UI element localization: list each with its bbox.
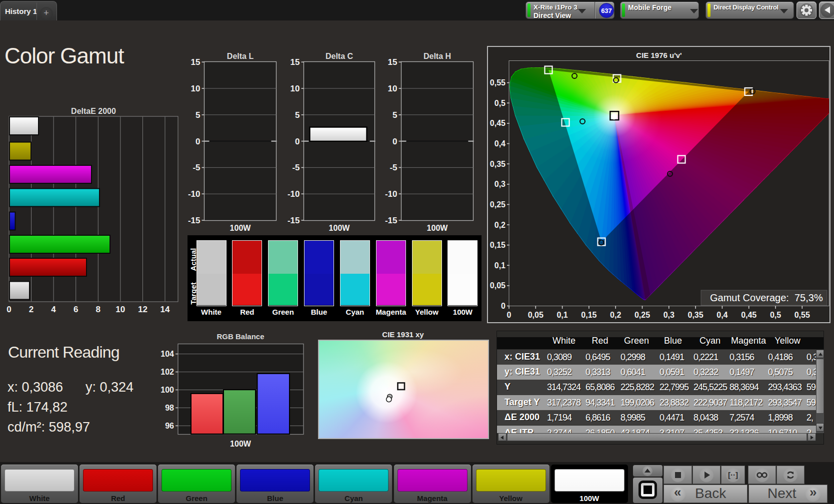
svg-text:Delta H: Delta H: [424, 52, 451, 60]
svg-text:102: 102: [160, 368, 174, 376]
svg-text:0,2: 0,2: [494, 221, 506, 229]
svg-text:98: 98: [165, 404, 174, 412]
svg-text:-10: -10: [288, 189, 300, 199]
svg-text:0,2: 0,2: [610, 311, 621, 319]
svg-text:0,4: 0,4: [716, 311, 728, 319]
svg-text:8: 8: [96, 305, 100, 314]
svg-text:0,15: 0,15: [581, 311, 596, 319]
svg-text:0: 0: [507, 311, 512, 319]
svg-text:-15: -15: [288, 216, 300, 225]
svg-text:15: 15: [388, 57, 398, 67]
svg-text:Gamut Coverage: 75,3%: Gamut Coverage: 75,3%: [710, 292, 823, 303]
svg-text:0,15: 0,15: [490, 241, 506, 249]
svg-text:100: 100: [160, 386, 174, 394]
svg-text:-10: -10: [385, 189, 398, 199]
svg-text:96: 96: [165, 422, 174, 430]
svg-text:0: 0: [196, 137, 200, 146]
svg-text:0,05: 0,05: [490, 281, 506, 290]
svg-text:14: 14: [160, 305, 170, 314]
svg-text:0,5: 0,5: [770, 311, 781, 319]
svg-text:0,4: 0,4: [494, 139, 506, 148]
svg-text:0: 0: [295, 137, 300, 146]
svg-text:0: 0: [392, 137, 397, 146]
svg-text:DeltaE 2000: DeltaE 2000: [71, 107, 116, 115]
svg-text:10: 10: [116, 305, 125, 314]
svg-text:10: 10: [191, 84, 200, 93]
svg-text:0,3: 0,3: [494, 180, 506, 188]
svg-text:0,1: 0,1: [494, 261, 506, 270]
svg-text:2: 2: [29, 305, 34, 314]
svg-text:0,55: 0,55: [490, 78, 506, 87]
svg-text:12: 12: [138, 305, 148, 314]
svg-text:10: 10: [388, 84, 398, 93]
svg-text:-15: -15: [385, 216, 398, 225]
svg-text:100W: 100W: [230, 224, 252, 232]
svg-text:10: 10: [290, 84, 300, 93]
svg-text:0: 0: [501, 302, 506, 310]
svg-text:0,25: 0,25: [490, 200, 506, 209]
svg-text:RGB Balance: RGB Balance: [216, 332, 264, 341]
svg-text:5: 5: [392, 110, 397, 120]
svg-text:0,45: 0,45: [490, 119, 506, 127]
svg-text:0,05: 0,05: [528, 311, 544, 319]
svg-text:0,3: 0,3: [664, 311, 674, 319]
svg-text:0,45: 0,45: [741, 311, 756, 319]
svg-text:0,35: 0,35: [688, 311, 704, 319]
svg-text:CIE 1976 u'v': CIE 1976 u'v': [636, 51, 682, 59]
svg-text:0,1: 0,1: [556, 311, 568, 319]
svg-text:104: 104: [160, 350, 174, 358]
svg-text:Delta L: Delta L: [227, 52, 254, 60]
svg-text:100W: 100W: [427, 224, 448, 232]
svg-text:15: 15: [290, 57, 300, 67]
svg-text:4: 4: [51, 305, 56, 314]
svg-text:-5: -5: [390, 163, 397, 172]
svg-text:-5: -5: [192, 163, 200, 172]
svg-text:-15: -15: [188, 216, 200, 225]
svg-text:0,25: 0,25: [634, 311, 650, 319]
svg-text:0,55: 0,55: [794, 311, 810, 319]
svg-text:0: 0: [6, 305, 11, 314]
svg-text:100W: 100W: [329, 224, 350, 232]
svg-text:5: 5: [295, 110, 300, 120]
svg-text:0,35: 0,35: [490, 160, 506, 168]
svg-text:6: 6: [74, 305, 78, 314]
svg-text:0,5: 0,5: [494, 99, 506, 107]
svg-text:15: 15: [191, 57, 200, 67]
svg-text:100W: 100W: [230, 440, 252, 448]
svg-text:-10: -10: [188, 189, 200, 199]
svg-text:-5: -5: [292, 163, 300, 172]
svg-text:5: 5: [196, 110, 200, 120]
svg-text:Delta C: Delta C: [326, 52, 354, 60]
